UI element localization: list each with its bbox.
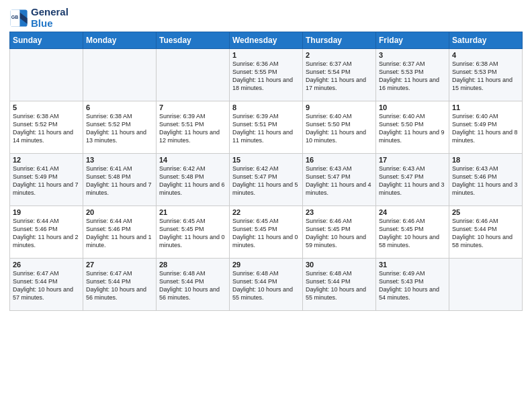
calendar-cell: 11Sunrise: 6:40 AM Sunset: 5:49 PM Dayli… [449, 101, 523, 154]
day-number: 7 [159, 103, 226, 111]
svg-text:GB: GB [11, 15, 19, 19]
calendar-cell: 27Sunrise: 6:47 AM Sunset: 5:44 PM Dayli… [83, 259, 157, 311]
day-info: Sunrise: 6:45 AM Sunset: 5:45 PM Dayligh… [159, 217, 226, 250]
day-number: 26 [13, 261, 80, 269]
day-number: 20 [86, 208, 153, 216]
calendar-cell: 10Sunrise: 6:40 AM Sunset: 5:50 PM Dayli… [376, 101, 449, 154]
calendar-cell: 28Sunrise: 6:48 AM Sunset: 5:44 PM Dayli… [157, 259, 230, 311]
day-number: 17 [379, 156, 446, 164]
calendar-cell: 4Sunrise: 6:38 AM Sunset: 5:53 PM Daylig… [449, 49, 523, 101]
logo: GB General Blue [9, 7, 69, 29]
calendar-header-row: SundayMondayTuesdayWednesdayThursdayFrid… [10, 32, 523, 49]
day-info: Sunrise: 6:41 AM Sunset: 5:48 PM Dayligh… [86, 165, 153, 197]
day-header-saturday: Saturday [449, 32, 523, 49]
day-info: Sunrise: 6:40 AM Sunset: 5:50 PM Dayligh… [379, 112, 446, 145]
calendar-week-3: 12Sunrise: 6:41 AM Sunset: 5:49 PM Dayli… [10, 154, 523, 206]
calendar-cell: 26Sunrise: 6:47 AM Sunset: 5:44 PM Dayli… [10, 259, 83, 311]
day-number: 10 [379, 103, 446, 111]
day-number: 30 [306, 261, 373, 269]
day-info: Sunrise: 6:43 AM Sunset: 5:46 PM Dayligh… [452, 165, 519, 197]
day-info: Sunrise: 6:36 AM Sunset: 5:55 PM Dayligh… [232, 60, 300, 93]
day-header-friday: Friday [376, 32, 449, 49]
day-number: 5 [13, 103, 80, 111]
day-header-thursday: Thursday [303, 32, 376, 49]
day-number: 22 [232, 208, 300, 216]
day-number: 29 [232, 261, 300, 269]
calendar-cell: 12Sunrise: 6:41 AM Sunset: 5:49 PM Dayli… [10, 154, 83, 206]
page-container: GB General Blue SundayMondayTuesdayWedne… [0, 0, 532, 316]
day-info: Sunrise: 6:48 AM Sunset: 5:44 PM Dayligh… [306, 269, 373, 302]
calendar-week-2: 5Sunrise: 6:38 AM Sunset: 5:52 PM Daylig… [10, 101, 523, 154]
day-number: 9 [306, 103, 373, 111]
calendar-cell: 7Sunrise: 6:39 AM Sunset: 5:51 PM Daylig… [157, 101, 230, 154]
calendar-cell: 31Sunrise: 6:49 AM Sunset: 5:43 PM Dayli… [376, 259, 449, 311]
day-number: 27 [86, 261, 153, 269]
day-number: 8 [232, 103, 300, 111]
day-number: 23 [306, 208, 373, 216]
calendar-cell: 25Sunrise: 6:46 AM Sunset: 5:44 PM Dayli… [449, 206, 523, 259]
day-info: Sunrise: 6:40 AM Sunset: 5:50 PM Dayligh… [306, 112, 373, 145]
day-info: Sunrise: 6:40 AM Sunset: 5:49 PM Dayligh… [452, 112, 519, 145]
calendar-cell: 23Sunrise: 6:46 AM Sunset: 5:45 PM Dayli… [303, 206, 376, 259]
calendar-cell: 9Sunrise: 6:40 AM Sunset: 5:50 PM Daylig… [303, 101, 376, 154]
calendar-cell [449, 259, 523, 311]
day-info: Sunrise: 6:42 AM Sunset: 5:48 PM Dayligh… [159, 165, 226, 197]
day-number: 1 [232, 51, 300, 59]
day-info: Sunrise: 6:38 AM Sunset: 5:53 PM Dayligh… [452, 60, 519, 93]
day-number: 28 [159, 261, 226, 269]
calendar-cell: 5Sunrise: 6:38 AM Sunset: 5:52 PM Daylig… [10, 101, 83, 154]
calendar-cell: 1Sunrise: 6:36 AM Sunset: 5:55 PM Daylig… [230, 49, 303, 101]
calendar-cell: 19Sunrise: 6:44 AM Sunset: 5:46 PM Dayli… [10, 206, 83, 259]
day-info: Sunrise: 6:48 AM Sunset: 5:44 PM Dayligh… [159, 269, 226, 302]
day-info: Sunrise: 6:44 AM Sunset: 5:46 PM Dayligh… [13, 217, 80, 250]
day-info: Sunrise: 6:47 AM Sunset: 5:44 PM Dayligh… [13, 269, 80, 302]
day-info: Sunrise: 6:42 AM Sunset: 5:47 PM Dayligh… [232, 165, 300, 197]
day-number: 13 [86, 156, 153, 164]
calendar-cell: 15Sunrise: 6:42 AM Sunset: 5:47 PM Dayli… [230, 154, 303, 206]
day-number: 6 [86, 103, 153, 111]
day-number: 24 [379, 208, 446, 216]
calendar-cell: 17Sunrise: 6:43 AM Sunset: 5:47 PM Dayli… [376, 154, 449, 206]
calendar-table: SundayMondayTuesdayWednesdayThursdayFrid… [9, 32, 523, 311]
calendar-cell: 13Sunrise: 6:41 AM Sunset: 5:48 PM Dayli… [83, 154, 157, 206]
day-info: Sunrise: 6:41 AM Sunset: 5:49 PM Dayligh… [13, 165, 80, 197]
calendar-week-1: 1Sunrise: 6:36 AM Sunset: 5:55 PM Daylig… [10, 49, 523, 101]
logo-text: General Blue [31, 7, 69, 29]
day-info: Sunrise: 6:43 AM Sunset: 5:47 PM Dayligh… [306, 165, 373, 197]
calendar-cell: 22Sunrise: 6:45 AM Sunset: 5:45 PM Dayli… [230, 206, 303, 259]
day-number: 12 [13, 156, 80, 164]
calendar-cell: 21Sunrise: 6:45 AM Sunset: 5:45 PM Dayli… [157, 206, 230, 259]
calendar-cell: 29Sunrise: 6:48 AM Sunset: 5:44 PM Dayli… [230, 259, 303, 311]
day-info: Sunrise: 6:38 AM Sunset: 5:52 PM Dayligh… [86, 112, 153, 145]
day-info: Sunrise: 6:39 AM Sunset: 5:51 PM Dayligh… [232, 112, 300, 145]
day-number: 16 [306, 156, 373, 164]
calendar-cell: 24Sunrise: 6:46 AM Sunset: 5:45 PM Dayli… [376, 206, 449, 259]
day-info: Sunrise: 6:39 AM Sunset: 5:51 PM Dayligh… [159, 112, 226, 145]
calendar-cell: 16Sunrise: 6:43 AM Sunset: 5:47 PM Dayli… [303, 154, 376, 206]
calendar-cell: 3Sunrise: 6:37 AM Sunset: 5:53 PM Daylig… [376, 49, 449, 101]
day-number: 25 [452, 208, 519, 216]
day-info: Sunrise: 6:48 AM Sunset: 5:44 PM Dayligh… [232, 269, 300, 302]
day-info: Sunrise: 6:38 AM Sunset: 5:52 PM Dayligh… [13, 112, 80, 145]
calendar-cell: 30Sunrise: 6:48 AM Sunset: 5:44 PM Dayli… [303, 259, 376, 311]
day-info: Sunrise: 6:46 AM Sunset: 5:45 PM Dayligh… [306, 217, 373, 250]
calendar-cell [83, 49, 157, 101]
day-info: Sunrise: 6:49 AM Sunset: 5:43 PM Dayligh… [379, 269, 446, 302]
logo-icon: GB [9, 9, 28, 28]
day-number: 18 [452, 156, 519, 164]
day-number: 3 [379, 51, 446, 59]
day-info: Sunrise: 6:37 AM Sunset: 5:54 PM Dayligh… [306, 60, 373, 93]
calendar-cell: 6Sunrise: 6:38 AM Sunset: 5:52 PM Daylig… [83, 101, 157, 154]
calendar-cell: 20Sunrise: 6:44 AM Sunset: 5:46 PM Dayli… [83, 206, 157, 259]
day-info: Sunrise: 6:44 AM Sunset: 5:46 PM Dayligh… [86, 217, 153, 250]
calendar-cell: 18Sunrise: 6:43 AM Sunset: 5:46 PM Dayli… [449, 154, 523, 206]
calendar-week-5: 26Sunrise: 6:47 AM Sunset: 5:44 PM Dayli… [10, 259, 523, 311]
day-info: Sunrise: 6:43 AM Sunset: 5:47 PM Dayligh… [379, 165, 446, 197]
day-number: 31 [379, 261, 446, 269]
day-info: Sunrise: 6:45 AM Sunset: 5:45 PM Dayligh… [232, 217, 300, 250]
day-number: 11 [452, 103, 519, 111]
calendar-cell: 2Sunrise: 6:37 AM Sunset: 5:54 PM Daylig… [303, 49, 376, 101]
calendar-week-4: 19Sunrise: 6:44 AM Sunset: 5:46 PM Dayli… [10, 206, 523, 259]
day-number: 15 [232, 156, 300, 164]
day-number: 19 [13, 208, 80, 216]
